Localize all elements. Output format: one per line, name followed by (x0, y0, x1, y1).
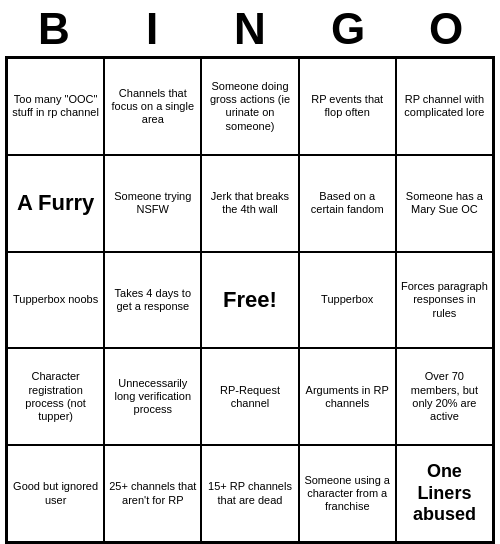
cell-3: RP events that flop often (299, 58, 396, 155)
cell-21: 25+ channels that aren't for RP (104, 445, 201, 542)
cell-11: Takes 4 days to get a response (104, 252, 201, 349)
cell-1: Channels that focus on a single area (104, 58, 201, 155)
cell-15: Character registration process (not tupp… (7, 348, 104, 445)
title-b: B (9, 4, 99, 54)
title-n: N (205, 4, 295, 54)
cell-13: Tupperbox (299, 252, 396, 349)
cell-0: Too many "OOC" stuff in rp channel (7, 58, 104, 155)
cell-8: Based on a certain fandom (299, 155, 396, 252)
cell-2: Someone doing gross actions (ie urinate … (201, 58, 298, 155)
cell-17: RP-Request channel (201, 348, 298, 445)
title-i: I (107, 4, 197, 54)
cell-20: Good but ignored user (7, 445, 104, 542)
cell-5: A Furry (7, 155, 104, 252)
bingo-title: B I N G O (5, 0, 495, 56)
cell-22: 15+ RP channels that are dead (201, 445, 298, 542)
cell-18: Arguments in RP channels (299, 348, 396, 445)
cell-16: Unnecessarily long verification process (104, 348, 201, 445)
cell-4: RP channel with complicated lore (396, 58, 493, 155)
cell-19: Over 70 members, but only 20% are active (396, 348, 493, 445)
cell-6: Someone trying NSFW (104, 155, 201, 252)
cell-9: Someone has a Mary Sue OC (396, 155, 493, 252)
title-g: G (303, 4, 393, 54)
cell-10: Tupperbox noobs (7, 252, 104, 349)
cell-23: Someone using a character from a franchi… (299, 445, 396, 542)
cell-24: One Liners abused (396, 445, 493, 542)
bingo-grid: Too many "OOC" stuff in rp channelChanne… (5, 56, 495, 544)
cell-12: Free! (201, 252, 298, 349)
cell-7: Jerk that breaks the 4th wall (201, 155, 298, 252)
title-o: O (401, 4, 491, 54)
cell-14: Forces paragraph responses in rules (396, 252, 493, 349)
